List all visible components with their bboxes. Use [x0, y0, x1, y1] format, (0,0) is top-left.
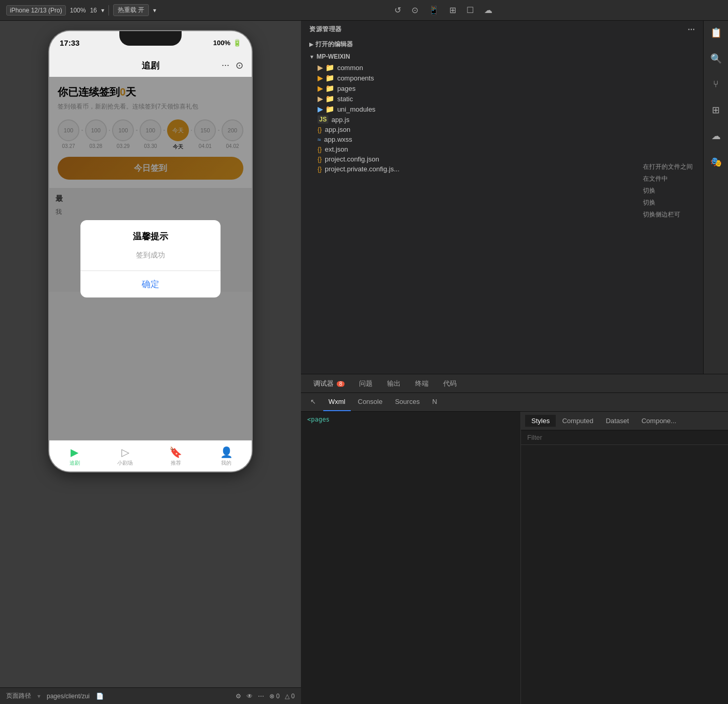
- devtools-tab-n[interactable]: N: [427, 393, 442, 411]
- tab-problems[interactable]: 问题: [353, 377, 379, 390]
- filter-input[interactable]: [527, 434, 722, 441]
- file-ext-json[interactable]: {} ext.json: [301, 144, 703, 154]
- folder-pages[interactable]: ▶ 📁 pages: [301, 83, 703, 93]
- wxml-tag: <pages: [307, 416, 329, 423]
- page-path-label: 页面路径: [6, 692, 31, 700]
- tab-output[interactable]: 输出: [381, 377, 407, 390]
- section-open-editors[interactable]: ▶ 打开的编辑器: [301, 38, 703, 51]
- files-icon[interactable]: 📋: [708, 25, 724, 40]
- theater-icon: ▷: [121, 446, 129, 458]
- devtools-tab-console[interactable]: Console: [353, 393, 388, 411]
- cloud-icon[interactable]: ☁: [484, 5, 492, 15]
- nav-item-mine[interactable]: 👤 我的: [201, 441, 252, 471]
- top-bar: iPhone 12/13 (Pro) 100% 16 ▾ 热重载 开 ▾ ↺ ⊙…: [0, 0, 728, 21]
- eye-icon[interactable]: 👁: [246, 693, 253, 700]
- file-name-app-js: app.js: [332, 116, 350, 124]
- file-explorer-area: 📋 🔍 ⑂ ⊞ ☁ 🎭 资源管理器 ⋯ ▶ 打开的编辑器: [301, 21, 728, 374]
- battery-icon: 🔋: [233, 39, 241, 47]
- nav-item-home[interactable]: ▶ 追剧: [49, 441, 100, 471]
- inspector-tab-dataset[interactable]: Dataset: [599, 415, 635, 427]
- folder-name-static: static: [337, 95, 353, 103]
- inspector-tab-computed[interactable]: Computed: [556, 415, 599, 427]
- search-icon[interactable]: 🔍: [708, 51, 724, 66]
- project-config-icon: {}: [318, 156, 322, 163]
- settings-icon[interactable]: ⚙: [236, 693, 241, 700]
- source-control-icon[interactable]: ⑂: [711, 77, 721, 92]
- section-project[interactable]: ▼ MP-WEIXIN: [301, 51, 703, 62]
- folder-name-pages: pages: [337, 85, 355, 92]
- warning-count: △ 0: [285, 693, 295, 700]
- folder-static[interactable]: ▶ 📁 static: [301, 93, 703, 104]
- hint-4: 切换: [639, 197, 697, 209]
- new-file-icon[interactable]: ⋯: [688, 25, 695, 34]
- inspector-tab-component[interactable]: Compone...: [635, 415, 682, 427]
- modal-body: 签到成功: [80, 249, 221, 270]
- refresh-icon[interactable]: ↺: [394, 5, 401, 15]
- nav-label-home: 追剧: [70, 459, 80, 467]
- phone-notch: [119, 31, 182, 46]
- right-panel: 📋 🔍 ⑂ ⊞ ☁ 🎭 资源管理器 ⋯ ▶ 打开的编辑器: [301, 21, 728, 704]
- layout-icon[interactable]: ⊞: [449, 5, 456, 15]
- play-icon: ▶: [71, 446, 78, 458]
- hot-reload-btn[interactable]: 热重载 开: [113, 4, 149, 16]
- device-selector[interactable]: iPhone 12/13 (Pro): [6, 5, 66, 16]
- tab-debugger[interactable]: 调试器 8: [307, 377, 351, 390]
- stop-icon[interactable]: ⊙: [411, 5, 418, 15]
- error-count: ⊗ 0: [269, 693, 280, 700]
- context-hints: 在打开的文件之间 在文件中 切换 切换 切换侧边栏可: [639, 161, 697, 221]
- chevron-down-icon[interactable]: ▾: [101, 7, 104, 14]
- page-path-value: pages/client/zui: [47, 693, 90, 700]
- dataset-label: Dataset: [606, 417, 629, 425]
- bottom-nav: ▶ 追剧 ▷ 小剧场 🔖 推荐 👤 我的: [49, 440, 252, 471]
- file-app-wxss[interactable]: ≈ app.wxss: [301, 134, 703, 144]
- phone-icon[interactable]: 📱: [429, 5, 439, 15]
- file-app-js[interactable]: JS app.js: [301, 114, 703, 125]
- modal-confirm-button[interactable]: 确定: [80, 271, 221, 297]
- file-explorer-content: 资源管理器 ⋯ ▶ 打开的编辑器 ▼ MP-WEIXIN ▶ �: [301, 21, 703, 174]
- folder-components[interactable]: ▶ 📁 components: [301, 73, 703, 83]
- modal-title: 温馨提示: [80, 220, 221, 249]
- inspector-tab-styles[interactable]: Styles: [525, 415, 556, 427]
- extensions-icon[interactable]: ⊞: [710, 102, 722, 118]
- tab-terminal[interactable]: 终端: [409, 377, 435, 390]
- devtools-content: <pages Styles Computed Dataset: [301, 412, 728, 704]
- record-icon[interactable]: ⊙: [236, 60, 243, 71]
- component-label: Compone...: [641, 417, 676, 425]
- modal-overlay[interactable]: 温馨提示 签到成功 确定: [49, 77, 252, 440]
- nav-label-theater: 小剧场: [117, 459, 133, 467]
- sources-tab-label: Sources: [395, 398, 420, 405]
- cloud-upload-icon[interactable]: ☁: [709, 128, 723, 144]
- status-icons: ⚙ 👁 ⋯ ⊗ 0 △ 0: [236, 693, 295, 700]
- nav-label-mine: 我的: [221, 459, 231, 467]
- file-name-app-wxss: app.wxss: [324, 136, 352, 143]
- debugger-panel: 调试器 8 问题 输出 终端 代码 ↖ Wxml Console: [301, 374, 728, 704]
- n-tab-label: N: [432, 398, 437, 405]
- path-separator: ▾: [37, 693, 40, 700]
- file-name-ext-json: ext.json: [325, 145, 348, 153]
- emoji-icon[interactable]: 🎭: [708, 154, 724, 170]
- nav-item-recommend[interactable]: 🔖 推荐: [150, 441, 201, 471]
- styles-panel: Styles Computed Dataset Compone...: [520, 412, 728, 704]
- app-header: 追剧 ··· ⊙: [49, 54, 252, 77]
- styles-label: Styles: [531, 417, 550, 425]
- inspector-tabs: Styles Computed Dataset Compone...: [521, 412, 728, 430]
- app-header-actions: ··· ⊙: [222, 60, 243, 71]
- folder-blue-icon: ▶ 📁: [318, 105, 334, 113]
- file-app-json[interactable]: {} app.json: [301, 125, 703, 134]
- tab-code[interactable]: 代码: [437, 377, 463, 390]
- cursor-icon: ↖: [310, 398, 316, 405]
- filter-bar: [521, 430, 728, 445]
- devtools-tab-sources[interactable]: Sources: [390, 393, 425, 411]
- dots-icon[interactable]: ⋯: [258, 693, 264, 700]
- computed-label: Computed: [562, 417, 593, 425]
- hot-reload-chevron-icon[interactable]: ▾: [153, 7, 156, 14]
- bookmark-icon: 🔖: [169, 446, 182, 458]
- window-icon[interactable]: ☐: [466, 5, 474, 15]
- devtools-tab-wxml[interactable]: Wxml: [323, 393, 351, 411]
- folder-common[interactable]: ▶ 📁 common: [301, 62, 703, 73]
- nav-item-theater[interactable]: ▷ 小剧场: [100, 441, 151, 471]
- devtools-cursor[interactable]: ↖: [305, 393, 321, 411]
- more-icon[interactable]: ···: [222, 60, 229, 71]
- folder-uni-modules[interactable]: ▶ 📁 uni_modules: [301, 104, 703, 114]
- debugger-tabs: 调试器 8 问题 输出 终端 代码: [301, 374, 728, 393]
